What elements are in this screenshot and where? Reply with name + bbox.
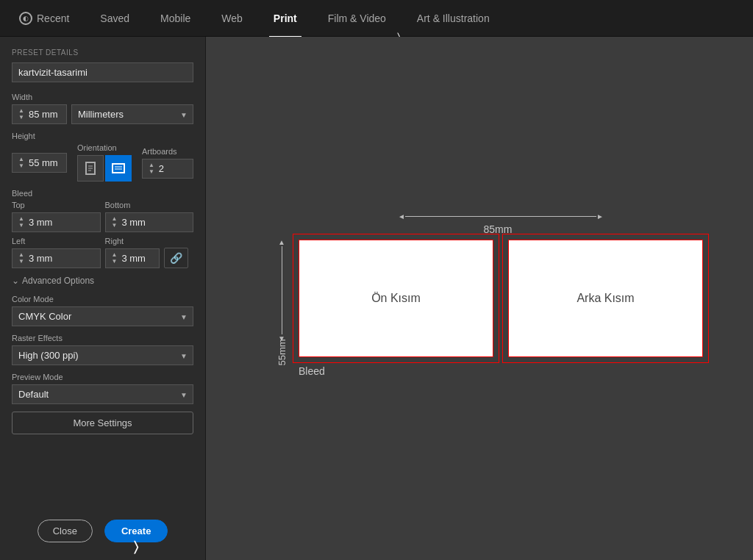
nav-recent[interactable]: ◐ Recent: [15, 9, 74, 28]
nav-web-label: Web: [221, 12, 243, 24]
nav-saved-label: Saved: [100, 12, 129, 24]
bottom-buttons: Close Create 〉: [12, 508, 193, 548]
right-arrow: ►: [596, 212, 604, 220]
bleed-bottom-spinners[interactable]: ▲ ▼: [110, 216, 119, 229]
preset-details-label: PRESET DETAILS: [12, 49, 193, 57]
bleed-left-spinners[interactable]: ▲ ▼: [17, 252, 26, 265]
nav-print-label: Print: [274, 12, 297, 24]
bleed-bottom-up[interactable]: ▲: [110, 216, 119, 222]
height-up-btn[interactable]: ▲: [17, 157, 26, 162]
advanced-toggle[interactable]: ⌄ Advanced Options: [12, 276, 193, 286]
artboards-spinners[interactable]: ▲ ▼: [147, 162, 156, 175]
bleed-right-down[interactable]: ▼: [110, 259, 119, 265]
bleed-right-wrap: ▲ ▼: [105, 248, 160, 268]
raster-select[interactable]: High (300 ppi) Medium (150 ppi) Low (72 …: [12, 345, 193, 365]
width-down-btn[interactable]: ▼: [17, 115, 26, 121]
artboard2-container: Arka Kısım: [508, 240, 703, 357]
bleed-left-field[interactable]: [29, 253, 62, 264]
height-input-wrap: ▲ ▼: [12, 153, 67, 173]
preview-mode-select[interactable]: Default Pixel Overprint: [12, 384, 193, 404]
unit-select[interactable]: Millimeters Inches Pixels: [71, 104, 193, 124]
artboards-row: Ön Kısım Arka Kısım: [299, 238, 703, 358]
landscape-svg: [112, 163, 125, 173]
portrait-svg: [85, 162, 96, 175]
clock-icon: ◐: [19, 12, 32, 25]
bleed-link-btn[interactable]: 🔗: [164, 248, 188, 268]
chevron-down-icon: ⌄: [12, 276, 19, 286]
bleed-top-up[interactable]: ▲: [17, 216, 26, 222]
width-row: ▲ ▼ Millimeters Inches Pixels ▼: [12, 104, 193, 124]
nav-saved[interactable]: Saved: [96, 10, 134, 27]
main-layout: PRESET DETAILS Width ▲ ▼ Millimeters Inc…: [0, 37, 753, 560]
bleed-top-item: Top ▲ ▼: [12, 201, 101, 232]
vertical-line: [282, 246, 282, 334]
top-dimension-row: ◄ ►: [293, 212, 703, 220]
width-label: Width: [12, 93, 193, 101]
artboards-up-btn[interactable]: ▲: [147, 162, 156, 168]
height-down-btn[interactable]: ▼: [17, 163, 26, 169]
cursor-pointer: 〉: [134, 539, 138, 555]
more-settings-button[interactable]: More Settings: [12, 412, 193, 434]
bleed-bottom-field[interactable]: [121, 217, 154, 228]
bleed-top-spinners[interactable]: ▲ ▼: [17, 216, 26, 229]
bleed-right-up[interactable]: ▲: [110, 252, 119, 258]
artboard1-container: Ön Kısım: [299, 240, 493, 357]
orientation-label: Orientation: [77, 143, 132, 152]
close-button[interactable]: Close: [38, 520, 93, 542]
nav-filmvideo-label: Film & Video: [328, 12, 386, 24]
landscape-btn[interactable]: [105, 155, 132, 182]
bleed-bottom-label: Bottom: [105, 201, 194, 209]
bleed-left-up[interactable]: ▲: [17, 252, 26, 258]
width-field[interactable]: [29, 109, 62, 120]
unit-select-wrap: Millimeters Inches Pixels ▼: [71, 104, 193, 124]
width-up-btn[interactable]: ▲: [17, 108, 26, 114]
nav-recent-label: Recent: [37, 12, 69, 24]
horizontal-line: [405, 216, 596, 217]
color-mode-select-wrap: CMYK Color RGB Color ▼: [12, 306, 193, 326]
horizontal-arrow: ◄ ►: [398, 212, 604, 220]
bleed-left-down[interactable]: ▼: [17, 259, 26, 265]
bleed-top-wrap: ▲ ▼: [12, 212, 101, 232]
bleed-left-wrap: ▲ ▼: [12, 248, 101, 268]
width-input-wrap: ▲ ▼: [12, 104, 67, 124]
preview-mode-section: Preview Mode Default Pixel Overprint ▼: [12, 373, 193, 404]
artboards-container: ▲ ▼ 55mm Ön Kısım: [271, 238, 703, 358]
bleed-bottom-wrap: ▲ ▼: [105, 212, 194, 232]
nav-mobile[interactable]: Mobile: [156, 10, 195, 27]
sidebar: PRESET DETAILS Width ▲ ▼ Millimeters Inc…: [0, 37, 206, 560]
color-mode-label: Color Mode: [12, 295, 193, 304]
nav-artillustration[interactable]: Art & Illustration: [413, 10, 494, 27]
bleed-right-spinners[interactable]: ▲ ▼: [110, 252, 119, 265]
preview-mode-select-wrap: Default Pixel Overprint ▼: [12, 384, 193, 404]
bleed-bottom-down[interactable]: ▼: [110, 223, 119, 229]
preset-name-input[interactable]: [12, 62, 193, 82]
artboards-input-wrap: ▲ ▼: [142, 159, 193, 179]
bleed-label: Bleed: [299, 365, 325, 377]
bleed-top-field[interactable]: [29, 217, 62, 228]
nav-print[interactable]: Print: [269, 10, 301, 27]
artboards-field[interactable]: [159, 163, 181, 174]
portrait-btn[interactable]: [77, 155, 104, 182]
bleed-right-field[interactable]: [121, 253, 154, 264]
height-spinners[interactable]: ▲ ▼: [17, 157, 26, 169]
height-field[interactable]: [29, 157, 62, 168]
raster-select-wrap: High (300 ppi) Medium (150 ppi) Low (72 …: [12, 345, 193, 365]
bleed-section-label: Bleed: [12, 189, 193, 198]
width-spinners[interactable]: ▲ ▼: [17, 108, 26, 121]
raster-label: Raster Effects: [12, 334, 193, 342]
bleed-right-label: Right: [105, 237, 160, 245]
nav-web[interactable]: Web: [217, 10, 247, 27]
height-dimension-label: 55mm: [276, 339, 288, 365]
create-button[interactable]: Create 〉: [104, 520, 168, 542]
artboards-label: Artboards: [142, 147, 193, 156]
bleed-border-2: [502, 234, 709, 363]
bleed-border-1: [293, 234, 499, 363]
artboards-down-btn[interactable]: ▼: [147, 169, 156, 175]
height-orient-row: ▲ ▼ Orientation: [12, 143, 193, 182]
bleed-top-down[interactable]: ▼: [17, 223, 26, 229]
color-mode-select[interactable]: CMYK Color RGB Color: [12, 306, 193, 326]
bleed-right-item: Right ▲ ▼ 🔗: [105, 237, 194, 268]
nav-filmvideo[interactable]: Film & Video: [324, 10, 390, 27]
main-content: ◄ ► 85mm ▲ ▼ 55mm: [206, 37, 753, 560]
create-label: Create: [121, 525, 151, 536]
